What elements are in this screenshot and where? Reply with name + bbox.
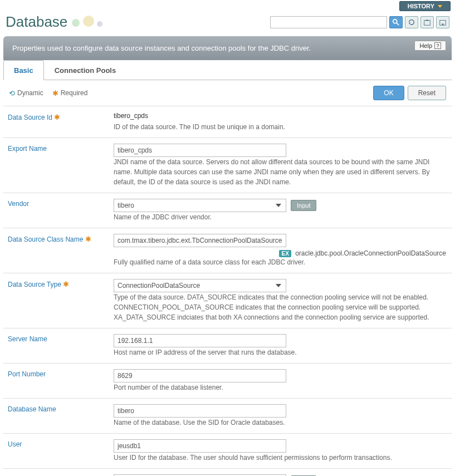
label-ds-type: Data Source Type ✱ xyxy=(8,279,114,322)
legend-required: ✱ Required xyxy=(52,89,88,97)
search-input[interactable] xyxy=(270,16,387,28)
search-button[interactable] xyxy=(389,16,403,28)
decorative-dots xyxy=(71,16,102,28)
ds-type-select[interactable]: ConnectionPoolDataSource xyxy=(114,279,286,292)
svg-line-1 xyxy=(397,22,399,24)
label-data-source-id: Data Source Id ✱ xyxy=(8,112,114,132)
refresh-icon xyxy=(408,18,415,26)
label-port-number: Port Number xyxy=(8,369,114,392)
chevron-down-icon xyxy=(438,5,442,8)
export-name-help: JNDI name of the data source. Servers do… xyxy=(114,157,447,187)
export-xml-button[interactable] xyxy=(420,16,434,28)
export-name-input[interactable] xyxy=(114,144,286,157)
question-icon: ? xyxy=(434,42,441,49)
ds-class-name-input[interactable] xyxy=(114,234,286,247)
import-xml-button[interactable] xyxy=(436,16,449,28)
user-input[interactable] xyxy=(114,439,286,453)
dynamic-icon: ⟲ xyxy=(9,89,15,97)
history-button[interactable]: HISTORY xyxy=(399,1,451,11)
reset-button[interactable]: Reset xyxy=(408,86,446,100)
ds-class-name-help: Fully qualified name of a data source cl… xyxy=(114,257,447,267)
label-server-name: Server Name xyxy=(8,334,114,357)
help-button[interactable]: Help ? xyxy=(414,41,446,51)
tab-connection-pools[interactable]: Connection Pools xyxy=(44,60,127,80)
tab-basic[interactable]: Basic xyxy=(3,60,44,80)
user-help: User ID for the database. The user shoul… xyxy=(114,453,447,463)
vendor-select[interactable]: tibero xyxy=(114,199,286,212)
tabs: Basic Connection Pools xyxy=(3,60,452,80)
svg-rect-3 xyxy=(424,20,430,25)
form: Data Source Id ✱ tibero_cpds ID of the d… xyxy=(3,106,452,476)
ds-type-help: Type of the data source. DATA_SOURCE ind… xyxy=(114,292,447,322)
port-number-help: Port number of the database listener. xyxy=(114,382,447,392)
database-name-input[interactable] xyxy=(114,404,286,418)
server-name-input[interactable] xyxy=(114,334,286,347)
label-database-name: Database Name xyxy=(8,404,114,428)
required-icon: ✱ xyxy=(85,235,91,243)
history-label: HISTORY xyxy=(408,3,434,9)
xml-up-icon xyxy=(423,18,431,26)
ok-button[interactable]: OK xyxy=(373,86,404,100)
label-user: User xyxy=(8,439,114,463)
page-title: Database xyxy=(6,13,67,31)
refresh-button[interactable] xyxy=(405,16,418,28)
vendor-help: Name of the JDBC driver vendor. xyxy=(114,212,447,222)
xml-down-icon xyxy=(439,18,447,26)
description-text: Properties used to configure data source… xyxy=(12,44,311,52)
description-bar: Properties used to configure data source… xyxy=(3,36,452,60)
svg-marker-2 xyxy=(409,22,410,24)
database-name-help: Name of the database. Use the SID for Or… xyxy=(114,418,447,428)
required-icon: ✱ xyxy=(52,89,58,97)
required-icon: ✱ xyxy=(63,280,69,288)
vendor-input-button[interactable]: Input xyxy=(291,200,316,211)
label-vendor: Vendor xyxy=(8,199,114,222)
data-source-id-value: tibero_cpds xyxy=(114,112,447,120)
data-source-id-help: ID of the data source. The ID must be un… xyxy=(114,122,447,132)
label-export-name: Export Name xyxy=(8,144,114,187)
example-badge: EX xyxy=(279,250,291,257)
search-icon xyxy=(392,18,400,26)
port-number-input[interactable] xyxy=(114,369,286,382)
server-name-help: Host name or IP address of the server th… xyxy=(114,347,447,357)
label-ds-class-name: Data Source Class Name ✱ xyxy=(8,234,114,267)
svg-point-0 xyxy=(393,19,397,23)
ds-class-name-example: oracle.jdbc.pool.OracleConnectionPoolDat… xyxy=(295,249,446,257)
required-icon: ✱ xyxy=(54,113,60,121)
legend-dynamic: ⟲ Dynamic xyxy=(9,89,43,97)
